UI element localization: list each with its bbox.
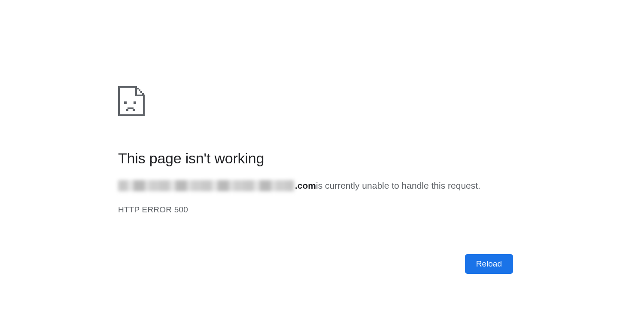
error-code: HTTP ERROR 500 (118, 205, 513, 215)
svg-rect-0 (118, 86, 120, 116)
svg-rect-6 (139, 89, 140, 91)
error-page-container: This page isn't working .com is currentl… (118, 86, 513, 274)
svg-rect-12 (124, 101, 127, 104)
svg-rect-11 (135, 95, 144, 96)
redacted-hostname (118, 180, 294, 191)
svg-rect-14 (128, 107, 134, 109)
svg-rect-3 (143, 95, 145, 116)
actions-row: Reload (118, 254, 513, 274)
svg-rect-4 (135, 86, 137, 88)
svg-rect-15 (126, 109, 128, 111)
svg-rect-7 (140, 91, 142, 93)
svg-rect-1 (118, 86, 135, 88)
svg-rect-2 (118, 114, 145, 116)
svg-rect-8 (142, 93, 144, 95)
svg-rect-5 (137, 88, 139, 89)
error-message-text: is currently unable to handle this reque… (316, 179, 480, 192)
svg-rect-16 (133, 109, 135, 111)
svg-rect-13 (134, 101, 136, 104)
svg-rect-10 (135, 88, 137, 95)
error-message: .com is currently unable to handle this … (118, 179, 513, 192)
sad-page-icon (118, 86, 513, 116)
reload-button[interactable]: Reload (465, 254, 513, 274)
error-heading: This page isn't working (118, 150, 513, 167)
domain-suffix: .com (295, 179, 316, 192)
error-icon-wrap (118, 86, 513, 116)
